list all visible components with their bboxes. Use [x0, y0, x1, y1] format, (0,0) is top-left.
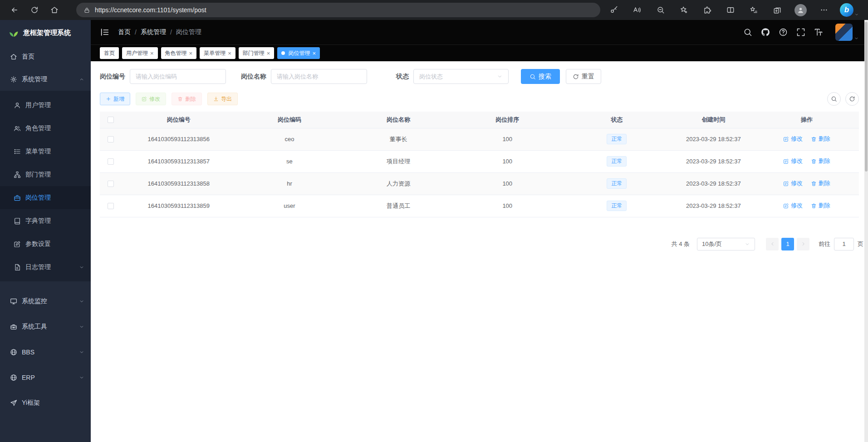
refresh-table-button[interactable] — [845, 92, 859, 106]
password-key-icon[interactable] — [607, 3, 621, 17]
sidebar-item-home[interactable]: 首页 — [0, 45, 91, 68]
tag-role-management[interactable]: 角色管理× — [161, 47, 197, 59]
row-delete-link[interactable]: 删除 — [811, 201, 830, 210]
row-edit-link[interactable]: 修改 — [783, 135, 803, 143]
collections-icon[interactable] — [770, 3, 785, 17]
sidebar-item-label: 首页 — [22, 53, 34, 61]
split-screen-icon[interactable] — [723, 3, 738, 17]
tag-home[interactable]: 首页 — [100, 47, 119, 59]
site-info-lock-icon[interactable] — [83, 7, 90, 14]
add-favorite-star-icon[interactable] — [677, 3, 691, 17]
edit-button[interactable]: 修改 — [136, 93, 166, 105]
close-icon[interactable]: × — [189, 50, 193, 56]
browser-home-button[interactable] — [45, 2, 64, 18]
close-icon[interactable]: × — [267, 50, 270, 56]
browser-back-button[interactable] — [5, 2, 24, 18]
sidebar-group-system-monitoring[interactable]: 系统监控 — [0, 289, 91, 314]
row-checkbox[interactable] — [108, 203, 114, 209]
gear-icon — [10, 76, 17, 83]
table-row[interactable]: 1641030593112313856 ceo 董事长 100 正常 2023-… — [100, 128, 859, 150]
book-icon — [14, 217, 21, 225]
bing-button[interactable]: b — [840, 3, 859, 17]
user-menu[interactable] — [835, 24, 859, 41]
question-help-icon[interactable] — [779, 28, 788, 37]
page-scrollbar-track[interactable] — [864, 20, 868, 442]
sidebar-item-log-management[interactable]: 日志管理 — [0, 255, 91, 279]
sidebar-item-dictionary-management[interactable]: 字典管理 — [0, 209, 91, 232]
browser-more-menu-icon[interactable] — [817, 3, 831, 17]
zoom-out-icon[interactable] — [653, 3, 668, 17]
sidebar-item-user-management[interactable]: 用户管理 — [0, 93, 91, 117]
logo-link[interactable]: 意框架管理系统 — [0, 20, 91, 45]
sidebar-item-post-management[interactable]: 岗位管理 — [0, 186, 91, 209]
breadcrumb-current: 岗位管理 — [176, 28, 201, 36]
sidebar-item-menu-management[interactable]: 菜单管理 — [0, 140, 91, 163]
sidebar-group-system-management[interactable]: 系统管理 — [0, 68, 91, 91]
read-aloud-icon[interactable] — [630, 3, 644, 17]
address-bar[interactable]: https://ccnetcore.com:1101/system/post — [76, 3, 600, 17]
toggle-search-button[interactable] — [827, 92, 841, 106]
sidebar-group-erp[interactable]: ERP — [0, 365, 91, 390]
table-row[interactable]: 1641030593112313858 hr 人力资源 100 正常 2023-… — [100, 172, 859, 195]
row-edit-link[interactable]: 修改 — [783, 179, 803, 187]
favorites-bar-icon[interactable] — [746, 3, 761, 17]
status-select[interactable]: 岗位状态 — [413, 69, 509, 84]
goto-page-input[interactable] — [834, 238, 854, 250]
page-size-select[interactable]: 10条/页 — [697, 238, 755, 250]
page-scrollbar-thumb[interactable] — [865, 22, 868, 172]
tag-menu-management[interactable]: 菜单管理× — [200, 47, 235, 59]
breadcrumb-home[interactable]: 首页 — [118, 28, 131, 36]
sidebar-item-parameter-settings[interactable]: 参数设置 — [0, 232, 91, 255]
table-row[interactable]: 1641030593112313857 se 项目经理 100 正常 2023-… — [100, 150, 859, 172]
row-checkbox[interactable] — [108, 181, 114, 187]
breadcrumb-system[interactable]: 系统管理 — [141, 28, 166, 36]
sidebar-item-role-management[interactable]: 角色管理 — [0, 117, 91, 140]
sidebar-group-bbs[interactable]: BBS — [0, 339, 91, 365]
column-header: 岗位编码 — [235, 112, 343, 128]
row-delete-link[interactable]: 删除 — [811, 135, 830, 143]
post-code-input[interactable] — [130, 69, 226, 84]
tag-label: 菜单管理 — [204, 49, 226, 57]
next-page-button[interactable] — [797, 238, 809, 250]
fullscreen-icon[interactable] — [796, 28, 805, 37]
sidebar-group-system-tools[interactable]: 系统工具 — [0, 314, 91, 339]
extensions-puzzle-icon[interactable] — [700, 3, 715, 17]
sidebar-collapse-icon[interactable] — [100, 27, 110, 37]
row-checkbox[interactable] — [108, 158, 114, 165]
browser-profile-avatar[interactable] — [793, 3, 808, 17]
delete-button[interactable]: 删除 — [172, 93, 202, 105]
row-checkbox[interactable] — [108, 136, 114, 142]
list-icon — [14, 148, 21, 155]
browser-refresh-button[interactable] — [25, 2, 44, 18]
font-size-icon[interactable] — [814, 28, 823, 37]
sidebar-item-department-management[interactable]: 部门管理 — [0, 163, 91, 186]
github-icon[interactable] — [761, 28, 770, 37]
post-name-input[interactable] — [271, 69, 367, 84]
tag-label: 用户管理 — [126, 49, 148, 57]
row-delete-link[interactable]: 删除 — [811, 179, 830, 187]
table-row[interactable]: 1641030593112313859 user 普通员工 100 正常 202… — [100, 195, 859, 217]
close-icon[interactable]: × — [150, 50, 154, 56]
export-button[interactable]: 导出 — [207, 93, 238, 105]
sidebar-item-yi-framework[interactable]: Yi框架 — [0, 390, 91, 416]
row-delete-link[interactable]: 删除 — [811, 157, 830, 165]
search-button[interactable]: 搜索 — [521, 69, 560, 84]
row-edit-link[interactable]: 修改 — [783, 157, 803, 165]
tag-post-management-active[interactable]: 岗位管理× — [277, 47, 320, 59]
close-icon[interactable]: × — [312, 50, 316, 56]
tag-label: 部门管理 — [243, 49, 265, 57]
page-number-button[interactable]: 1 — [781, 238, 794, 250]
select-all-checkbox[interactable] — [108, 117, 114, 123]
bing-icon[interactable]: b — [840, 3, 853, 17]
close-icon[interactable]: × — [228, 50, 231, 56]
tag-label: 岗位管理 — [288, 49, 310, 57]
avatar[interactable] — [835, 24, 853, 41]
tag-label: 首页 — [104, 49, 115, 57]
row-edit-link[interactable]: 修改 — [783, 201, 803, 210]
prev-page-button[interactable] — [766, 238, 779, 250]
tag-user-management[interactable]: 用户管理× — [122, 47, 158, 59]
reset-button[interactable]: 重置 — [566, 69, 601, 84]
search-icon[interactable] — [743, 28, 752, 37]
add-button[interactable]: 新增 — [100, 93, 130, 105]
tag-department-management[interactable]: 部门管理× — [239, 47, 275, 59]
